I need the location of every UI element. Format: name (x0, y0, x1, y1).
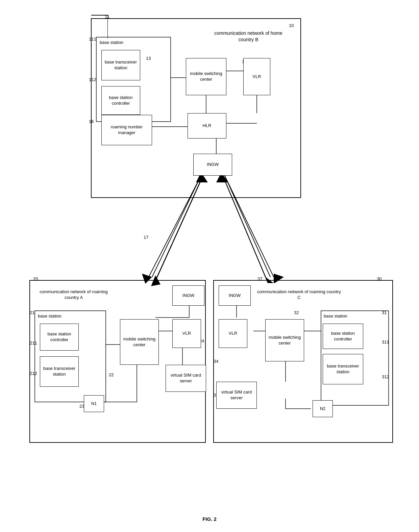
bsc-c: base station controller (323, 324, 363, 349)
msc-c: mobile switching center (265, 319, 304, 361)
bsc-a: base station controller (40, 324, 79, 351)
svg-marker-35 (151, 275, 161, 286)
roaming-a-label: communication network of roaming country… (35, 283, 113, 307)
ref-211: 211 (30, 340, 37, 346)
bts-a: base transceiver station (40, 356, 79, 387)
bsc-home: base station controller (101, 86, 140, 115)
svg-line-14 (225, 176, 274, 277)
home-network-label: communication network of home country B (210, 24, 287, 49)
bts-home: base transceiver station (101, 50, 140, 80)
ref-312: 312 (382, 374, 389, 380)
msc-home: mobile switching center (186, 58, 226, 95)
ref-30: 30 (377, 276, 381, 282)
virtual-sim-c: virtual SIM card server (216, 382, 257, 409)
svg-marker-10 (142, 274, 152, 284)
n1: N1 (84, 395, 104, 412)
svg-marker-13 (274, 274, 284, 284)
svg-line-33 (154, 176, 203, 284)
ref-17: 17 (144, 235, 148, 240)
ref-311: 311 (382, 339, 389, 345)
ref-212: 212 (30, 371, 37, 377)
ref-31: 31 (382, 310, 387, 316)
ref-21: 21 (30, 310, 34, 316)
ref-32: 32 (294, 310, 299, 316)
ref-16: 16 (89, 119, 94, 125)
diagram-container: 11 10 111 112 13 14 15 16 17 20 21 211 2… (0, 0, 419, 532)
svg-line-9 (149, 176, 201, 277)
ref-10: 10 (289, 23, 294, 29)
ref-34: 34 (214, 359, 218, 364)
base-station-a-label: base station (38, 313, 61, 319)
ingw-home: INGW (193, 154, 232, 176)
roaming-number-manager: roaming number manager (101, 115, 152, 145)
vlr-c: VLR (219, 319, 247, 348)
svg-line-32 (154, 176, 203, 284)
ingw-a: INGW (172, 285, 204, 306)
base-station-home-label: base station (100, 40, 123, 46)
ref-22: 22 (109, 372, 114, 378)
msc-a: mobile switching center (120, 319, 159, 365)
virtual-sim-a: virtual SIM card server (166, 365, 206, 392)
ingw-c: INGW (219, 285, 251, 306)
ref-20: 20 (33, 276, 38, 282)
bts-c: base transceiver station (323, 354, 363, 384)
ref-112: 112 (89, 77, 96, 83)
roaming-c-label: communication network of roaming country… (255, 283, 343, 307)
hlr: HLR (188, 113, 226, 138)
ref-11-hline (91, 15, 108, 16)
svg-line-12 (225, 176, 270, 277)
vlr-a: VLR (172, 319, 201, 348)
fig-caption: FIG. 2 (0, 516, 419, 522)
base-station-c-label: base station (324, 313, 347, 319)
ref-13: 13 (146, 56, 151, 61)
svg-line-11 (152, 176, 201, 277)
vlr-home: VLR (243, 58, 270, 95)
svg-line-36 (223, 176, 269, 284)
ref-37: 37 (257, 276, 262, 282)
n2: N2 (313, 400, 333, 417)
ref-11-line (107, 15, 108, 39)
ref-111: 111 (89, 36, 96, 42)
